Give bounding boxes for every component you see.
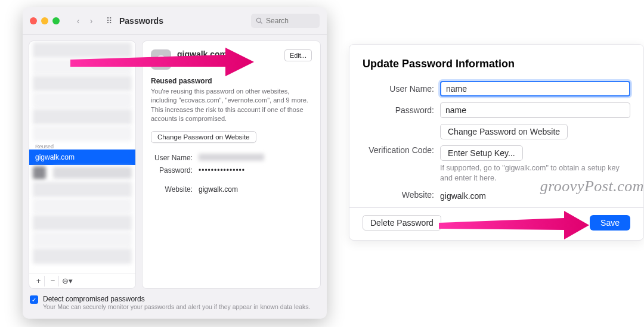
list-item[interactable]: [33, 76, 132, 91]
reused-tag: Reused: [29, 142, 135, 150]
list-item[interactable]: [33, 198, 132, 214]
traffic-lights: [30, 17, 60, 24]
avatar: [33, 166, 46, 179]
list-item[interactable]: [53, 167, 132, 179]
window-title: Passwords: [119, 16, 163, 26]
website-value[interactable]: gigwalk.com: [440, 189, 630, 201]
list-item[interactable]: [33, 248, 132, 264]
change-password-button[interactable]: Change Password on Website: [151, 131, 256, 143]
minimize-icon[interactable]: [41, 17, 48, 24]
site-title: gigwalk.com: [177, 49, 240, 59]
list-item[interactable]: [33, 126, 132, 141]
remove-button[interactable]: −: [47, 276, 59, 286]
list-item-label: gigwalk.com: [35, 153, 75, 161]
list-item-selected[interactable]: gigwalk.com: [29, 150, 135, 165]
update-password-sheet: Update Password Information User Name: P…: [349, 44, 644, 241]
window-footer: ✓ Detect compromised passwords Your Mac …: [23, 289, 327, 319]
detect-checkbox[interactable]: ✓: [30, 295, 38, 304]
username-value: [199, 154, 264, 161]
nav-buttons: ‹ ›: [73, 15, 97, 26]
last-modified: Last modified 1/19/20: [177, 59, 240, 66]
reused-heading: Reused password: [151, 77, 312, 85]
list-item[interactable]: [33, 182, 132, 197]
list-item[interactable]: [33, 109, 132, 124]
username-label: User Name:: [363, 84, 434, 94]
list-item[interactable]: [33, 215, 132, 231]
website-label: Website:: [363, 190, 434, 200]
detail-pane: G gigwalk.com Last modified 1/19/20 Edit…: [142, 41, 321, 289]
website-label: Website:: [151, 185, 193, 194]
list-item[interactable]: [33, 232, 132, 247]
forward-icon[interactable]: ›: [86, 15, 97, 26]
edit-button[interactable]: Edit...: [284, 49, 312, 61]
add-button[interactable]: +: [33, 276, 45, 286]
sheet-heading: Update Password Information: [363, 58, 630, 70]
search-input[interactable]: [266, 17, 314, 25]
list-item[interactable]: [33, 42, 132, 58]
list-item[interactable]: [33, 59, 132, 74]
password-label: Password:: [363, 105, 434, 115]
list-item[interactable]: [33, 92, 132, 108]
username-input[interactable]: [440, 81, 630, 96]
grid-icon[interactable]: ⠿: [106, 16, 112, 26]
username-label: User Name:: [151, 154, 193, 163]
back-icon[interactable]: ‹: [73, 15, 83, 26]
save-button[interactable]: Save: [590, 215, 630, 231]
website-value[interactable]: gigwalk.com: [199, 185, 238, 194]
detect-sub: Your Mac can securely monitor your passw…: [43, 303, 310, 310]
search-field[interactable]: [251, 14, 320, 28]
password-value: •••••••••••••••: [199, 166, 245, 175]
delete-password-button[interactable]: Delete Password: [363, 215, 441, 231]
titlebar: ‹ › ⠿ Passwords: [23, 7, 327, 35]
zoom-icon[interactable]: [52, 17, 60, 24]
passwords-window: ‹ › ⠿ Passwords Reused gigwalk.com: [23, 7, 327, 319]
password-list: Reused gigwalk.com + − ⊖▾: [29, 41, 136, 289]
close-icon[interactable]: [30, 17, 37, 24]
verification-label: Verification Code:: [363, 145, 434, 155]
detect-label: Detect compromised passwords: [43, 295, 310, 303]
verification-hint: If supported, go to "gigwalk.com" to obt…: [440, 163, 630, 183]
search-icon: [256, 17, 263, 24]
site-icon: G: [151, 49, 171, 70]
password-input[interactable]: [440, 102, 630, 118]
list-footer: + − ⊖▾: [29, 273, 135, 288]
enter-setup-key-button[interactable]: Enter Setup Key...: [440, 145, 523, 161]
change-password-button[interactable]: Change Password on Website: [440, 124, 568, 139]
reused-body: You're reusing this password on other we…: [151, 87, 312, 124]
more-button[interactable]: ⊖▾: [61, 276, 73, 286]
password-label: Password:: [151, 166, 193, 175]
